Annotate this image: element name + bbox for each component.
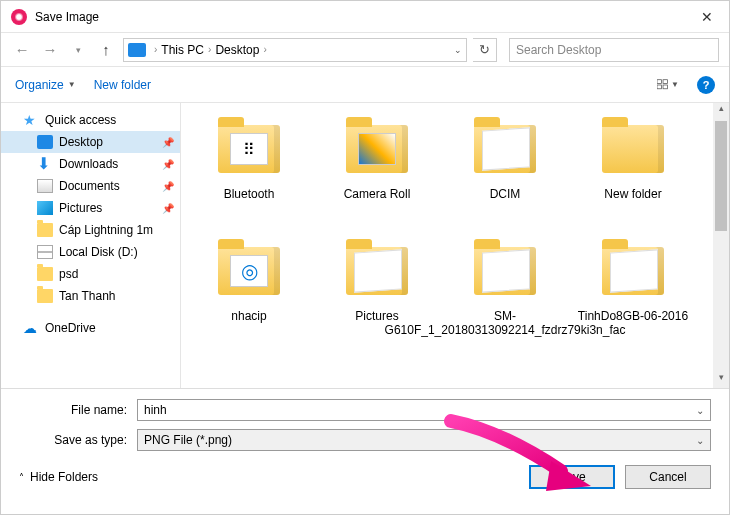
chevron-right-icon: ›: [208, 44, 211, 55]
folder-item[interactable]: TinhDo8GB-06-2016: [569, 233, 697, 355]
folder-preview: ⠿: [230, 133, 268, 165]
view-mode-button[interactable]: ▼: [657, 74, 679, 96]
folder-icon: [602, 247, 664, 295]
up-button[interactable]: ↑: [95, 39, 117, 61]
sidebar-item-disk[interactable]: Local Disk (D:): [1, 241, 180, 263]
folder-icon: [37, 223, 53, 237]
folder-item[interactable]: SM-G610F_1_20180313092214_fzdrz79ki3n_fa…: [441, 233, 569, 355]
chevron-right-icon: ›: [154, 44, 157, 55]
back-button[interactable]: ←: [11, 39, 33, 61]
folder-icon: [346, 247, 408, 295]
organize-button[interactable]: Organize ▼: [15, 78, 76, 92]
cancel-button[interactable]: Cancel: [625, 465, 711, 489]
folder-icon: [602, 125, 664, 173]
scrollbar[interactable]: ▴ ▾: [713, 103, 729, 388]
sidebar-item-pictures[interactable]: Pictures 📌: [1, 197, 180, 219]
pictures-icon: [37, 201, 53, 215]
new-folder-button[interactable]: New folder: [94, 78, 151, 92]
folder-icon: [37, 289, 53, 303]
sidebar-item-folder[interactable]: Tan Thanh: [1, 285, 180, 307]
chevron-down-icon[interactable]: ⌄: [696, 435, 704, 446]
pin-icon: 📌: [162, 137, 174, 148]
chevron-down-icon: ▼: [68, 80, 76, 89]
sidebar-item-downloads[interactable]: ⬇ Downloads 📌: [1, 153, 180, 175]
sidebar: ★ Quick access Desktop 📌 ⬇ Downloads 📌 D…: [1, 103, 181, 388]
toolbar: Organize ▼ New folder ▼ ?: [1, 67, 729, 103]
filename-input[interactable]: hinh ⌄: [137, 399, 711, 421]
cloud-icon: ☁: [23, 321, 39, 335]
folder-preview: ◎: [230, 255, 268, 287]
svg-rect-3: [663, 85, 668, 89]
window-title: Save Image: [35, 10, 695, 24]
pin-icon: 📌: [162, 181, 174, 192]
bottom-panel: File name: hinh ⌄ Save as type: PNG File…: [1, 388, 729, 499]
titlebar: Save Image ✕: [1, 1, 729, 33]
help-button[interactable]: ?: [697, 76, 715, 94]
search-input[interactable]: Search Desktop: [509, 38, 719, 62]
download-icon: ⬇: [37, 157, 53, 171]
scroll-down-icon[interactable]: ▾: [713, 372, 729, 388]
star-icon: ★: [23, 113, 39, 127]
save-button[interactable]: Save: [529, 465, 615, 489]
chevron-up-icon: ˄: [19, 472, 24, 483]
sidebar-quick-access[interactable]: ★ Quick access: [1, 109, 180, 131]
folder-icon: [37, 267, 53, 281]
sidebar-item-folder[interactable]: Cáp Lightning 1m: [1, 219, 180, 241]
hide-folders-button[interactable]: ˄ Hide Folders: [19, 470, 98, 484]
recent-dropdown-icon[interactable]: ▾: [67, 39, 89, 61]
folder-item[interactable]: DCIM: [441, 111, 569, 233]
pin-icon: 📌: [162, 159, 174, 170]
breadcrumb-segment[interactable]: This PC: [161, 43, 204, 57]
content-area: ★ Quick access Desktop 📌 ⬇ Downloads 📌 D…: [1, 103, 729, 388]
chevron-down-icon[interactable]: ⌄: [454, 45, 462, 55]
sidebar-item-desktop[interactable]: Desktop 📌: [1, 131, 180, 153]
breadcrumb[interactable]: › This PC › Desktop › ⌄: [123, 38, 467, 62]
app-icon: [11, 9, 27, 25]
folder-item[interactable]: Camera Roll: [313, 111, 441, 233]
forward-button: →: [39, 39, 61, 61]
close-icon[interactable]: ✕: [695, 9, 719, 25]
navbar: ← → ▾ ↑ › This PC › Desktop › ⌄ ↻ Search…: [1, 33, 729, 67]
chevron-right-icon: ›: [263, 44, 266, 55]
folder-icon: [474, 247, 536, 295]
saveas-combo[interactable]: PNG File (*.png) ⌄: [137, 429, 711, 451]
pin-icon: 📌: [162, 203, 174, 214]
file-grid[interactable]: ⠿ Bluetooth Camera Roll DCIM New folder …: [181, 103, 729, 388]
svg-rect-1: [663, 79, 668, 83]
svg-rect-0: [657, 79, 662, 83]
sidebar-onedrive[interactable]: ☁ OneDrive: [1, 317, 180, 339]
sidebar-item-documents[interactable]: Documents 📌: [1, 175, 180, 197]
refresh-button[interactable]: ↻: [473, 38, 497, 62]
disk-icon: [37, 245, 53, 259]
folder-item[interactable]: ⠿ Bluetooth: [185, 111, 313, 233]
chevron-down-icon[interactable]: ⌄: [696, 405, 704, 416]
search-placeholder: Search Desktop: [516, 43, 601, 57]
saveas-label: Save as type:: [19, 433, 137, 447]
folder-item[interactable]: ◎ nhacip: [185, 233, 313, 355]
filename-label: File name:: [19, 403, 137, 417]
breadcrumb-segment[interactable]: Desktop: [215, 43, 259, 57]
svg-rect-2: [657, 85, 662, 89]
folder-preview: [358, 133, 396, 165]
folder-item[interactable]: New folder: [569, 111, 697, 233]
desktop-icon: [37, 135, 53, 149]
scroll-up-icon[interactable]: ▴: [713, 103, 729, 119]
scrollbar-thumb[interactable]: [715, 121, 727, 231]
document-icon: [37, 179, 53, 193]
sidebar-item-folder[interactable]: psd: [1, 263, 180, 285]
folder-icon: [474, 125, 536, 173]
monitor-icon: [128, 43, 146, 57]
